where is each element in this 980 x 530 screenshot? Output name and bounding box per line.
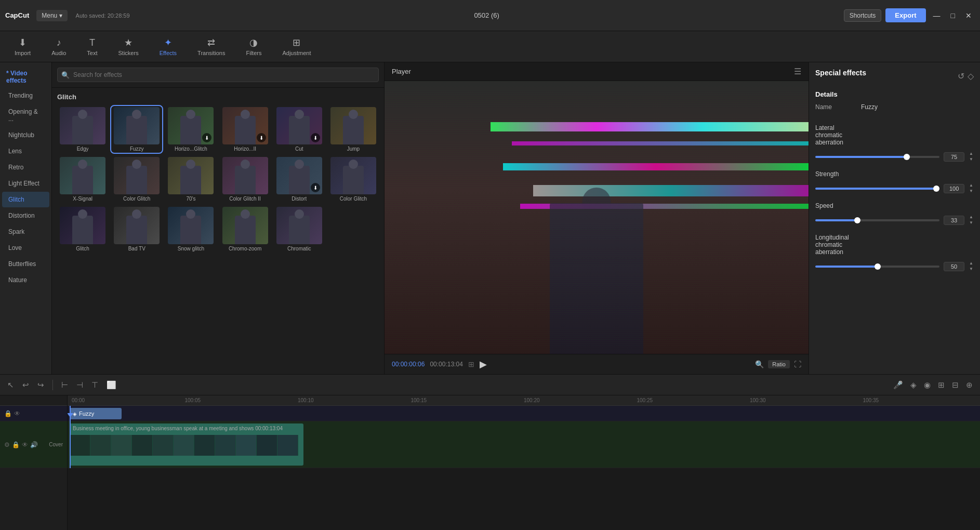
effect-item-glitch[interactable]: Glitch [57, 206, 108, 253]
slider-section-strength: Strength 100 ▲ ▼ [815, 170, 974, 194]
effect-item-jump[interactable]: Jump [328, 106, 379, 153]
person-head [582, 188, 611, 216]
export-button[interactable]: Export [885, 8, 925, 22]
tool-filters[interactable]: ◑Filters [242, 35, 266, 58]
split-btn-3[interactable]: ⊤ [89, 378, 100, 392]
effect-thumb-chromo_zoom [222, 207, 268, 244]
sidebar-item-love[interactable]: Love [2, 240, 49, 256]
tl-ctrl-5[interactable]: ⊕ [964, 378, 975, 392]
tool-transitions[interactable]: ⇄Transitions [193, 35, 229, 58]
sidebar-item-spark[interactable]: Spark [2, 224, 49, 240]
undo-button[interactable]: ↩ [20, 378, 31, 392]
glitch-bar-1 [491, 122, 809, 131]
slider-down-lateral_ca[interactable]: ▼ [969, 157, 974, 162]
tool-adjustment[interactable]: ⊞Adjustment [278, 35, 315, 58]
minimize-button[interactable]: — [930, 10, 944, 21]
split-button[interactable]: ⊢ [59, 378, 70, 392]
effect-item-70s[interactable]: 70's [165, 156, 216, 203]
slider-lateral_ca[interactable] [815, 156, 939, 158]
play-button[interactable]: ▶ [480, 359, 487, 370]
slider-down-strength[interactable]: ▼ [969, 189, 974, 194]
effect-item-horiz_glitch[interactable]: ⬇ Horizo...Glitch [165, 106, 216, 153]
ratio-button[interactable]: Ratio [768, 360, 790, 368]
video-clip[interactable]: Business meeting in office, young busine… [70, 423, 303, 466]
tl-ctrl-2[interactable]: ◉ [922, 378, 933, 392]
effect-item-distort[interactable]: ⬇ Distort [274, 156, 325, 203]
zoom-button[interactable]: 🔍 [755, 360, 764, 368]
effect-item-color_glitch2[interactable]: Color Glitch II [219, 156, 270, 203]
sidebar-item-glitch[interactable]: Glitch [2, 192, 49, 207]
effect-item-color_glitch[interactable]: Color Glitch [111, 156, 162, 203]
person-in-70s [180, 166, 201, 194]
video-audio-btn[interactable]: 🔊 [30, 441, 38, 448]
sidebar-item-retro[interactable]: Retro [2, 160, 49, 175]
tool-effects[interactable]: ✦Effects [155, 35, 181, 58]
slider-up-speed[interactable]: ▲ [969, 215, 974, 220]
effect-item-fuzzy[interactable]: Fuzzy [111, 106, 162, 153]
effect-item-snow_glitch[interactable]: Snow glitch [165, 206, 216, 253]
playhead[interactable] [70, 406, 71, 468]
video-clip-label: Business meeting in office, young busine… [73, 426, 283, 431]
redo-button[interactable]: ↪ [35, 378, 46, 392]
delete-button[interactable]: ⬜ [104, 378, 118, 392]
left-panel: * Video effects TrendingOpening & ...Nig… [0, 62, 52, 374]
tool-stickers[interactable]: ★Stickers [114, 35, 143, 58]
tl-ctrl-4[interactable]: ⊟ [950, 378, 961, 392]
slider-up-lateral_ca[interactable]: ▲ [969, 151, 974, 156]
cursor-tool[interactable]: ↖ [5, 378, 16, 392]
slider-strength[interactable] [815, 188, 939, 190]
tl-ctrl-3[interactable]: ⊞ [936, 378, 947, 392]
slider-speed[interactable] [815, 219, 939, 221]
close-button[interactable]: ✕ [962, 10, 975, 21]
effect-item-color_glitch3[interactable]: Color Glitch [328, 156, 379, 203]
effect-item-horiz_glitch2[interactable]: ⬇ Horizo...II [219, 106, 270, 153]
effect-clip[interactable]: ◈ Fuzzy [70, 408, 122, 419]
tool-audio[interactable]: ♪Audio [47, 35, 70, 58]
effect-item-chromatic[interactable]: Chromatic [274, 206, 325, 253]
effect-item-bad_tv[interactable]: Bad TV [111, 206, 162, 253]
person-in-horiz_glitch2 [235, 116, 256, 144]
shortcuts-button[interactable]: Shortcuts [844, 9, 882, 22]
slider-down-longitudinal_ca[interactable]: ▼ [969, 267, 974, 272]
sidebar-item-distortion[interactable]: Distortion [2, 208, 49, 223]
fullscreen-button[interactable]: ⛶ [794, 360, 801, 368]
video-settings-btn[interactable]: ⚙ [4, 441, 10, 448]
effect-clip-label: Fuzzy [79, 410, 94, 417]
mic-button[interactable]: 🎤 [891, 378, 905, 392]
tl-ctrl-1[interactable]: ◈ [908, 378, 919, 392]
effect-lock-btn[interactable]: 🔒 [4, 410, 12, 417]
slider-up-longitudinal_ca[interactable]: ▲ [969, 261, 974, 266]
maximize-button[interactable]: □ [948, 10, 958, 21]
effect-item-cut[interactable]: ⬇ Cut [274, 106, 325, 153]
slider-arrows-lateral_ca: ▲ ▼ [969, 151, 974, 162]
tool-import[interactable]: ⬇Import [10, 35, 35, 58]
reset-button[interactable]: ↺ [958, 71, 964, 81]
sidebar-item-butterflies[interactable]: Butterflies [2, 256, 49, 272]
tool-text[interactable]: TText [83, 35, 101, 58]
tool-icon-filters: ◑ [249, 37, 258, 48]
properties-close[interactable]: ◇ [968, 71, 974, 81]
sidebar-item-trending[interactable]: Trending [2, 88, 49, 103]
sidebar-item-opening[interactable]: Opening & ... [2, 104, 49, 127]
sidebar-item-nature[interactable]: Nature [2, 272, 49, 288]
sidebar-item-lens[interactable]: Lens [2, 143, 49, 159]
playhead-marker [68, 413, 73, 417]
slider-down-speed[interactable]: ▼ [969, 220, 974, 226]
slider-longitudinal_ca[interactable] [815, 266, 939, 268]
dl-badge-horiz_glitch: ⬇ [202, 133, 211, 142]
menu-button[interactable]: Menu ▾ [36, 10, 67, 21]
effect-item-xsignal[interactable]: X-Signal [57, 156, 108, 203]
effect-item-edgy[interactable]: Edgy [57, 106, 108, 153]
video-lock-btn[interactable]: 🔒 [12, 441, 20, 448]
sidebar-item-nightclub[interactable]: Nightclub [2, 127, 49, 143]
sidebar-item-lighteffect[interactable]: Light Effect [2, 176, 49, 191]
search-input[interactable] [57, 68, 379, 82]
slider-up-strength[interactable]: ▲ [969, 183, 974, 188]
slider-wrap-strength: 100 ▲ ▼ [815, 183, 974, 194]
player-menu-button[interactable]: ☰ [794, 67, 801, 76]
video-eye-btn[interactable]: 👁 [22, 441, 28, 448]
split-btn-2[interactable]: ⊣ [74, 378, 85, 392]
effect-eye-btn[interactable]: 👁 [14, 410, 20, 417]
effect-item-chromo_zoom[interactable]: Chromo-zoom [219, 206, 270, 253]
effect-name-horiz_glitch2: Horizo...II [234, 146, 256, 152]
